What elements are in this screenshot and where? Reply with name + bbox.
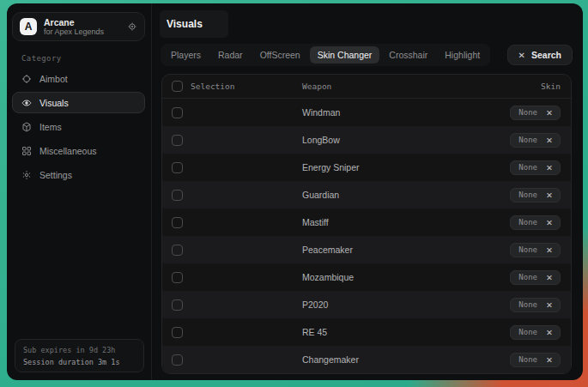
table-row: Peacemaker None ✕ — [162, 236, 571, 263]
skin-value: None — [518, 108, 537, 117]
table-row: LongBow None ✕ — [162, 126, 571, 154]
column-header-skin: Skin — [541, 82, 561, 91]
skin-badge[interactable]: None ✕ — [510, 215, 561, 230]
clear-skin-icon[interactable]: ✕ — [546, 300, 553, 310]
clear-skin-icon[interactable]: ✕ — [546, 218, 553, 227]
sidebar-item-visuals[interactable]: Visuals — [12, 92, 145, 113]
skin-badge[interactable]: None ✕ — [510, 133, 561, 148]
row-checkbox[interactable] — [172, 135, 183, 146]
weapon-name: P2020 — [302, 299, 510, 310]
sidebar-item-label: Items — [39, 122, 62, 132]
skin-badge[interactable]: None ✕ — [510, 325, 561, 340]
gear-icon — [21, 170, 32, 180]
brand-card: A Arcane for Apex Legends — [12, 12, 145, 41]
table-row: Windman None ✕ — [162, 99, 571, 126]
app-subtitle: for Apex Legends — [44, 27, 120, 36]
weapon-name: Energy Sniper — [302, 162, 510, 172]
session-duration-text: Session duration 3m 1s — [23, 358, 136, 366]
table-row: Guardian None ✕ — [162, 181, 571, 209]
table-row: Energy Sniper None ✕ — [162, 154, 571, 181]
sub-expiry-text: Sub expires in 9d 23h — [23, 346, 136, 354]
search-button-label: Search — [531, 50, 561, 60]
tab-offscreen[interactable]: OffScreen — [252, 46, 308, 63]
sidebar-item-items[interactable]: Items — [12, 116, 145, 137]
clear-skin-icon[interactable]: ✕ — [546, 136, 553, 145]
weapon-name: Peacemaker — [302, 245, 510, 255]
search-button[interactable]: ✕ Search — [507, 45, 573, 65]
category-label: Category — [21, 54, 145, 63]
skin-badge[interactable]: None ✕ — [510, 106, 561, 120]
tab-players[interactable]: Players — [163, 46, 209, 63]
weapon-name: LongBow — [302, 135, 510, 145]
skin-value: None — [518, 190, 537, 199]
select-all-checkbox[interactable] — [172, 81, 183, 92]
skin-badge[interactable]: None ✕ — [510, 270, 561, 285]
tab-radar[interactable]: Radar — [210, 46, 251, 63]
app-window: A Arcane for Apex Legends Category Aimbo… — [7, 3, 583, 380]
clear-skin-icon[interactable]: ✕ — [546, 328, 553, 337]
clear-skin-icon[interactable]: ✕ — [546, 108, 553, 118]
row-checkbox[interactable] — [172, 354, 183, 366]
package-icon — [21, 122, 32, 132]
weapon-name: Changemaker — [302, 354, 510, 365]
sidebar-nav: Aimbot Visuals Items Misc — [12, 68, 145, 185]
skin-value: None — [518, 163, 537, 172]
row-checkbox[interactable] — [172, 272, 183, 283]
column-header-weapon: Weapon — [302, 82, 541, 91]
table-row: RE 45 None ✕ — [162, 318, 571, 346]
tab-crosshair[interactable]: Crosshair — [381, 46, 435, 63]
clear-skin-icon[interactable]: ✕ — [546, 355, 553, 365]
row-checkbox[interactable] — [172, 217, 183, 228]
crosshair-icon — [21, 74, 32, 84]
row-checkbox[interactable] — [172, 299, 183, 311]
clear-skin-icon[interactable]: ✕ — [546, 163, 553, 172]
weapon-name: Mastiff — [302, 217, 510, 227]
tab-highlight[interactable]: Highlight — [437, 46, 488, 63]
table-row: Mastiff None ✕ — [162, 209, 571, 236]
skin-badge[interactable]: None ✕ — [510, 160, 561, 175]
row-checkbox[interactable] — [172, 162, 183, 173]
table-row: Changemaker None ✕ — [162, 346, 571, 373]
skin-value: None — [518, 273, 537, 281]
skin-value: None — [518, 136, 537, 144]
skin-value: None — [518, 355, 537, 364]
row-checkbox[interactable] — [172, 327, 183, 338]
main-panel: Visuals Players Radar OffScreen Skin Cha… — [152, 3, 583, 380]
tab-skin-changer[interactable]: Skin Changer — [310, 46, 380, 63]
weapon-name: RE 45 — [302, 327, 510, 337]
sidebar-item-label: Miscellaneous — [39, 146, 97, 156]
table-row: P2020 None ✕ — [162, 291, 571, 318]
skin-badge[interactable]: None ✕ — [510, 188, 561, 203]
clear-skin-icon[interactable]: ✕ — [546, 245, 553, 255]
tab-bar: Players Radar OffScreen Skin Changer Cro… — [161, 44, 490, 66]
weapon-name: Mozambique — [302, 272, 510, 282]
skin-value: None — [518, 328, 537, 336]
sidebar-item-aimbot[interactable]: Aimbot — [12, 68, 145, 89]
sidebar: A Arcane for Apex Legends Category Aimbo… — [7, 3, 152, 380]
toolbar: Players Radar OffScreen Skin Changer Cro… — [161, 44, 573, 66]
app-name: Arcane — [44, 17, 120, 27]
skin-badge[interactable]: None ✕ — [510, 353, 561, 367]
column-header-selection: Selection — [191, 82, 234, 91]
skin-badge[interactable]: None ✕ — [510, 243, 561, 257]
page-title-container: Visuals — [160, 10, 228, 38]
gear-icon[interactable] — [127, 21, 137, 32]
app-logo: A — [20, 18, 37, 35]
row-checkbox[interactable] — [172, 190, 183, 201]
brand-text: Arcane for Apex Legends — [44, 17, 120, 36]
sidebar-item-label: Aimbot — [39, 74, 68, 84]
table-header: Selection Weapon Skin — [162, 75, 571, 99]
skin-badge[interactable]: None ✕ — [510, 298, 561, 312]
subscription-card: Sub expires in 9d 23h Session duration 3… — [15, 339, 144, 372]
clear-skin-icon[interactable]: ✕ — [546, 273, 553, 282]
clear-skin-icon[interactable]: ✕ — [546, 190, 553, 200]
sidebar-item-miscellaneous[interactable]: Miscellaneous — [12, 140, 145, 161]
weapon-name: Windman — [302, 107, 510, 118]
skin-value: None — [518, 218, 537, 227]
table-row: Mozambique None ✕ — [162, 263, 571, 291]
row-checkbox[interactable] — [172, 107, 183, 118]
sidebar-item-label: Settings — [39, 170, 72, 180]
eye-scan-icon — [21, 98, 32, 108]
sidebar-item-settings[interactable]: Settings — [12, 164, 145, 185]
row-checkbox[interactable] — [172, 245, 183, 256]
